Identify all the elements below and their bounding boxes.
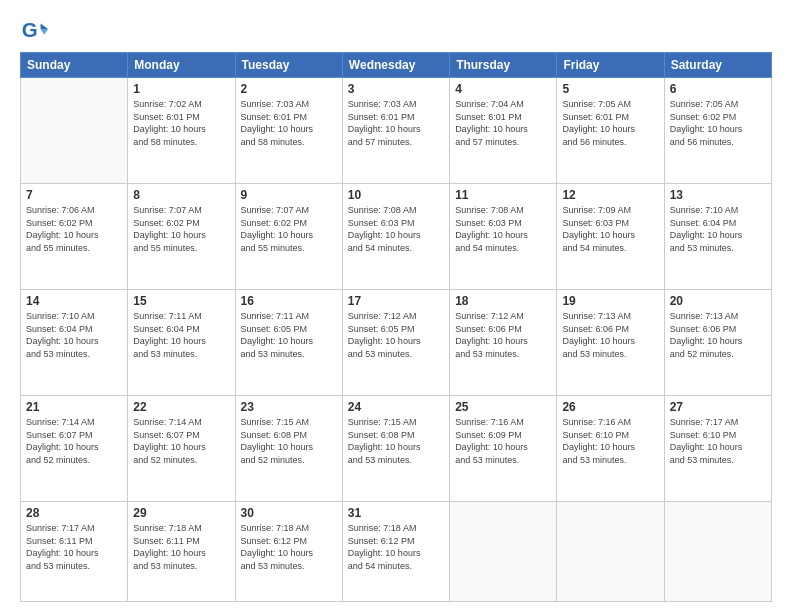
- calendar-cell: 26Sunrise: 7:16 AM Sunset: 6:10 PM Dayli…: [557, 396, 664, 502]
- calendar-week-1: 1Sunrise: 7:02 AM Sunset: 6:01 PM Daylig…: [21, 78, 772, 184]
- day-info: Sunrise: 7:17 AM Sunset: 6:11 PM Dayligh…: [26, 522, 122, 572]
- day-number: 7: [26, 188, 122, 202]
- day-number: 18: [455, 294, 551, 308]
- column-header-sunday: Sunday: [21, 53, 128, 78]
- day-number: 20: [670, 294, 766, 308]
- calendar-cell: 31Sunrise: 7:18 AM Sunset: 6:12 PM Dayli…: [342, 502, 449, 602]
- day-number: 8: [133, 188, 229, 202]
- day-info: Sunrise: 7:15 AM Sunset: 6:08 PM Dayligh…: [348, 416, 444, 466]
- calendar-cell: 18Sunrise: 7:12 AM Sunset: 6:06 PM Dayli…: [450, 290, 557, 396]
- calendar-cell: 8Sunrise: 7:07 AM Sunset: 6:02 PM Daylig…: [128, 184, 235, 290]
- calendar-cell: 13Sunrise: 7:10 AM Sunset: 6:04 PM Dayli…: [664, 184, 771, 290]
- day-info: Sunrise: 7:02 AM Sunset: 6:01 PM Dayligh…: [133, 98, 229, 148]
- day-number: 1: [133, 82, 229, 96]
- calendar-cell: [557, 502, 664, 602]
- day-number: 24: [348, 400, 444, 414]
- day-info: Sunrise: 7:05 AM Sunset: 6:01 PM Dayligh…: [562, 98, 658, 148]
- day-info: Sunrise: 7:12 AM Sunset: 6:06 PM Dayligh…: [455, 310, 551, 360]
- calendar-cell: 16Sunrise: 7:11 AM Sunset: 6:05 PM Dayli…: [235, 290, 342, 396]
- day-number: 10: [348, 188, 444, 202]
- day-number: 30: [241, 506, 337, 520]
- day-number: 26: [562, 400, 658, 414]
- calendar-week-4: 21Sunrise: 7:14 AM Sunset: 6:07 PM Dayli…: [21, 396, 772, 502]
- calendar-cell: 2Sunrise: 7:03 AM Sunset: 6:01 PM Daylig…: [235, 78, 342, 184]
- svg-marker-2: [41, 29, 48, 35]
- day-info: Sunrise: 7:03 AM Sunset: 6:01 PM Dayligh…: [241, 98, 337, 148]
- header: G: [20, 16, 772, 44]
- calendar-cell: 19Sunrise: 7:13 AM Sunset: 6:06 PM Dayli…: [557, 290, 664, 396]
- calendar-cell: 23Sunrise: 7:15 AM Sunset: 6:08 PM Dayli…: [235, 396, 342, 502]
- column-header-saturday: Saturday: [664, 53, 771, 78]
- day-info: Sunrise: 7:13 AM Sunset: 6:06 PM Dayligh…: [562, 310, 658, 360]
- calendar-cell: 27Sunrise: 7:17 AM Sunset: 6:10 PM Dayli…: [664, 396, 771, 502]
- day-number: 3: [348, 82, 444, 96]
- day-info: Sunrise: 7:13 AM Sunset: 6:06 PM Dayligh…: [670, 310, 766, 360]
- calendar-cell: 25Sunrise: 7:16 AM Sunset: 6:09 PM Dayli…: [450, 396, 557, 502]
- calendar-cell: 17Sunrise: 7:12 AM Sunset: 6:05 PM Dayli…: [342, 290, 449, 396]
- day-info: Sunrise: 7:10 AM Sunset: 6:04 PM Dayligh…: [670, 204, 766, 254]
- calendar-cell: 12Sunrise: 7:09 AM Sunset: 6:03 PM Dayli…: [557, 184, 664, 290]
- day-number: 15: [133, 294, 229, 308]
- day-info: Sunrise: 7:15 AM Sunset: 6:08 PM Dayligh…: [241, 416, 337, 466]
- day-info: Sunrise: 7:16 AM Sunset: 6:09 PM Dayligh…: [455, 416, 551, 466]
- day-info: Sunrise: 7:18 AM Sunset: 6:12 PM Dayligh…: [348, 522, 444, 572]
- day-number: 11: [455, 188, 551, 202]
- day-info: Sunrise: 7:11 AM Sunset: 6:05 PM Dayligh…: [241, 310, 337, 360]
- day-info: Sunrise: 7:05 AM Sunset: 6:02 PM Dayligh…: [670, 98, 766, 148]
- day-info: Sunrise: 7:04 AM Sunset: 6:01 PM Dayligh…: [455, 98, 551, 148]
- calendar-cell: 28Sunrise: 7:17 AM Sunset: 6:11 PM Dayli…: [21, 502, 128, 602]
- day-info: Sunrise: 7:14 AM Sunset: 6:07 PM Dayligh…: [133, 416, 229, 466]
- calendar-header-row: SundayMondayTuesdayWednesdayThursdayFrid…: [21, 53, 772, 78]
- day-info: Sunrise: 7:08 AM Sunset: 6:03 PM Dayligh…: [455, 204, 551, 254]
- day-info: Sunrise: 7:16 AM Sunset: 6:10 PM Dayligh…: [562, 416, 658, 466]
- calendar-week-3: 14Sunrise: 7:10 AM Sunset: 6:04 PM Dayli…: [21, 290, 772, 396]
- column-header-tuesday: Tuesday: [235, 53, 342, 78]
- day-info: Sunrise: 7:12 AM Sunset: 6:05 PM Dayligh…: [348, 310, 444, 360]
- calendar-page: G SundayMondayTuesdayWednesdayThursdayFr…: [0, 0, 792, 612]
- day-number: 13: [670, 188, 766, 202]
- day-number: 14: [26, 294, 122, 308]
- day-info: Sunrise: 7:18 AM Sunset: 6:11 PM Dayligh…: [133, 522, 229, 572]
- calendar-cell: 24Sunrise: 7:15 AM Sunset: 6:08 PM Dayli…: [342, 396, 449, 502]
- calendar-cell: 30Sunrise: 7:18 AM Sunset: 6:12 PM Dayli…: [235, 502, 342, 602]
- column-header-thursday: Thursday: [450, 53, 557, 78]
- calendar-table: SundayMondayTuesdayWednesdayThursdayFrid…: [20, 52, 772, 602]
- day-number: 6: [670, 82, 766, 96]
- day-info: Sunrise: 7:11 AM Sunset: 6:04 PM Dayligh…: [133, 310, 229, 360]
- day-number: 31: [348, 506, 444, 520]
- day-info: Sunrise: 7:09 AM Sunset: 6:03 PM Dayligh…: [562, 204, 658, 254]
- logo: G: [20, 16, 51, 44]
- svg-marker-1: [41, 23, 48, 29]
- day-info: Sunrise: 7:03 AM Sunset: 6:01 PM Dayligh…: [348, 98, 444, 148]
- day-info: Sunrise: 7:18 AM Sunset: 6:12 PM Dayligh…: [241, 522, 337, 572]
- column-header-monday: Monday: [128, 53, 235, 78]
- calendar-cell: 7Sunrise: 7:06 AM Sunset: 6:02 PM Daylig…: [21, 184, 128, 290]
- svg-text:G: G: [22, 18, 38, 41]
- column-header-friday: Friday: [557, 53, 664, 78]
- day-info: Sunrise: 7:08 AM Sunset: 6:03 PM Dayligh…: [348, 204, 444, 254]
- day-number: 25: [455, 400, 551, 414]
- calendar-cell: 1Sunrise: 7:02 AM Sunset: 6:01 PM Daylig…: [128, 78, 235, 184]
- calendar-cell: 29Sunrise: 7:18 AM Sunset: 6:11 PM Dayli…: [128, 502, 235, 602]
- day-number: 2: [241, 82, 337, 96]
- day-info: Sunrise: 7:10 AM Sunset: 6:04 PM Dayligh…: [26, 310, 122, 360]
- calendar-cell: 9Sunrise: 7:07 AM Sunset: 6:02 PM Daylig…: [235, 184, 342, 290]
- day-info: Sunrise: 7:07 AM Sunset: 6:02 PM Dayligh…: [133, 204, 229, 254]
- day-number: 28: [26, 506, 122, 520]
- day-info: Sunrise: 7:06 AM Sunset: 6:02 PM Dayligh…: [26, 204, 122, 254]
- calendar-week-2: 7Sunrise: 7:06 AM Sunset: 6:02 PM Daylig…: [21, 184, 772, 290]
- day-number: 16: [241, 294, 337, 308]
- calendar-cell: 10Sunrise: 7:08 AM Sunset: 6:03 PM Dayli…: [342, 184, 449, 290]
- day-number: 22: [133, 400, 229, 414]
- calendar-cell: 11Sunrise: 7:08 AM Sunset: 6:03 PM Dayli…: [450, 184, 557, 290]
- day-info: Sunrise: 7:14 AM Sunset: 6:07 PM Dayligh…: [26, 416, 122, 466]
- day-number: 17: [348, 294, 444, 308]
- day-number: 5: [562, 82, 658, 96]
- calendar-cell: 15Sunrise: 7:11 AM Sunset: 6:04 PM Dayli…: [128, 290, 235, 396]
- column-header-wednesday: Wednesday: [342, 53, 449, 78]
- calendar-cell: 5Sunrise: 7:05 AM Sunset: 6:01 PM Daylig…: [557, 78, 664, 184]
- calendar-cell: [21, 78, 128, 184]
- calendar-cell: 21Sunrise: 7:14 AM Sunset: 6:07 PM Dayli…: [21, 396, 128, 502]
- day-number: 23: [241, 400, 337, 414]
- day-number: 21: [26, 400, 122, 414]
